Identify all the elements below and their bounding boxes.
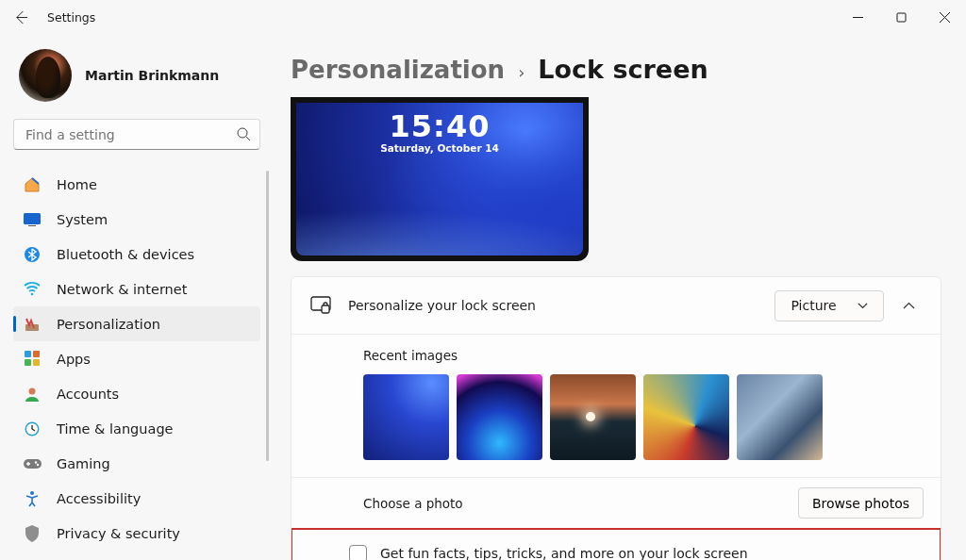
close-icon <box>940 12 950 23</box>
sidebar-item-accessibility[interactable]: Accessibility <box>13 481 260 516</box>
nav: Home System Bluetooth & devices Network … <box>13 167 260 551</box>
apps-icon <box>23 350 42 369</box>
gaming-icon <box>23 454 42 473</box>
search-box <box>13 119 260 150</box>
app-title: Settings <box>47 10 95 25</box>
search-input[interactable] <box>13 119 260 150</box>
sidebar-item-privacy[interactable]: Privacy & security <box>13 516 260 551</box>
svg-rect-7 <box>25 351 31 357</box>
sidebar-item-apps[interactable]: Apps <box>13 341 260 376</box>
scrollbar[interactable] <box>266 171 269 461</box>
bluetooth-icon <box>23 245 42 264</box>
panel-header: Personalize your lock screen Picture <box>291 277 941 334</box>
avatar <box>19 49 72 102</box>
sidebar-item-label: System <box>57 212 108 227</box>
svg-point-15 <box>34 461 36 463</box>
recent-images-section: Recent images <box>291 334 941 477</box>
chevron-right-icon: › <box>518 62 525 82</box>
collapse-button[interactable] <box>891 288 925 322</box>
arrow-left-icon <box>14 10 28 25</box>
close-button[interactable] <box>923 0 966 34</box>
accessibility-icon <box>23 489 42 508</box>
sidebar-item-bluetooth[interactable]: Bluetooth & devices <box>13 237 260 272</box>
network-icon <box>23 280 42 299</box>
breadcrumb-parent[interactable]: Personalization <box>291 56 505 84</box>
svg-point-5 <box>31 293 34 296</box>
minimize-icon <box>853 12 863 23</box>
page-title: Lock screen <box>538 55 708 84</box>
profile[interactable]: Martin Brinkmann <box>13 43 260 115</box>
sidebar-item-label: Network & internet <box>57 282 187 297</box>
sidebar-item-accounts[interactable]: Accounts <box>13 376 260 411</box>
recent-images-row <box>363 374 941 460</box>
dropdown-value: Picture <box>791 298 836 313</box>
recent-image-thumb[interactable] <box>643 374 729 460</box>
sidebar-item-time[interactable]: Time & language <box>13 411 260 446</box>
preview-time: 15:40 <box>390 108 491 144</box>
chevron-up-icon <box>903 302 915 309</box>
window-controls <box>836 0 966 34</box>
sidebar-item-label: Personalization <box>57 317 160 332</box>
user-name: Martin Brinkmann <box>85 68 219 83</box>
personalization-icon <box>23 315 42 334</box>
svg-point-1 <box>238 128 247 138</box>
recent-image-thumb[interactable] <box>457 374 542 460</box>
svg-rect-9 <box>25 359 31 366</box>
svg-rect-0 <box>897 13 906 22</box>
personalize-panel: Personalize your lock screen Picture Rec… <box>291 276 941 560</box>
breadcrumb: Personalization › Lock screen <box>291 34 941 97</box>
lockscreen-preview: 15:40 Saturday, October 14 <box>291 97 589 261</box>
sidebar-item-label: Home <box>57 177 97 192</box>
lockscreen-icon <box>310 295 331 316</box>
maximize-button[interactable] <box>879 0 923 34</box>
sidebar-item-label: Accessibility <box>57 491 141 506</box>
time-icon <box>23 420 42 438</box>
svg-rect-3 <box>28 225 36 226</box>
maximize-icon <box>896 12 907 23</box>
system-icon <box>23 210 42 229</box>
svg-rect-10 <box>33 359 40 366</box>
sidebar-item-network[interactable]: Network & internet <box>13 272 260 306</box>
recent-image-thumb[interactable] <box>737 374 823 460</box>
sidebar-item-home[interactable]: Home <box>13 167 260 202</box>
home-icon <box>23 175 42 194</box>
svg-point-16 <box>36 463 38 465</box>
svg-point-11 <box>29 387 36 394</box>
privacy-icon <box>23 524 42 543</box>
sidebar-item-label: Bluetooth & devices <box>57 247 194 262</box>
sidebar-item-gaming[interactable]: Gaming <box>13 446 260 481</box>
fun-facts-label: Get fun facts, tips, tricks, and more on… <box>380 546 748 560</box>
svg-point-17 <box>30 491 34 495</box>
minimize-button[interactable] <box>836 0 879 34</box>
svg-rect-2 <box>24 213 41 224</box>
back-button[interactable] <box>4 0 38 34</box>
sidebar-item-label: Time & language <box>57 421 174 436</box>
fun-facts-row: Get fun facts, tips, tricks, and more on… <box>291 528 941 560</box>
sidebar-item-label: Apps <box>57 352 91 367</box>
recent-images-label: Recent images <box>363 348 941 363</box>
accounts-icon <box>23 385 42 404</box>
preview-date: Saturday, October 14 <box>380 142 499 154</box>
chevron-down-icon <box>858 303 868 309</box>
recent-image-thumb[interactable] <box>363 374 449 460</box>
browse-photos-button[interactable]: Browse photos <box>798 487 924 519</box>
recent-image-thumb[interactable] <box>550 374 636 460</box>
svg-rect-14 <box>24 459 42 469</box>
titlebar: Settings <box>0 0 966 34</box>
svg-rect-19 <box>322 305 329 313</box>
lockscreen-preview-wallpaper: 15:40 Saturday, October 14 <box>296 103 583 255</box>
lockscreen-source-dropdown[interactable]: Picture <box>774 290 884 321</box>
sidebar-item-personalization[interactable]: Personalization <box>13 306 260 341</box>
sidebar-item-label: Privacy & security <box>57 526 180 541</box>
sidebar-item-system[interactable]: System <box>13 202 260 237</box>
sidebar: Martin Brinkmann Home System Bluetooth &… <box>0 34 274 560</box>
fun-facts-checkbox[interactable] <box>349 545 367 561</box>
search-icon <box>236 126 251 141</box>
choose-photo-row: Choose a photo Browse photos <box>291 477 941 528</box>
choose-photo-label: Choose a photo <box>363 496 463 511</box>
main-content: Personalization › Lock screen 15:40 Satu… <box>274 34 966 560</box>
panel-title: Personalize your lock screen <box>348 298 536 313</box>
svg-rect-8 <box>33 351 40 357</box>
sidebar-item-label: Accounts <box>57 387 119 402</box>
sidebar-item-label: Gaming <box>57 456 110 471</box>
